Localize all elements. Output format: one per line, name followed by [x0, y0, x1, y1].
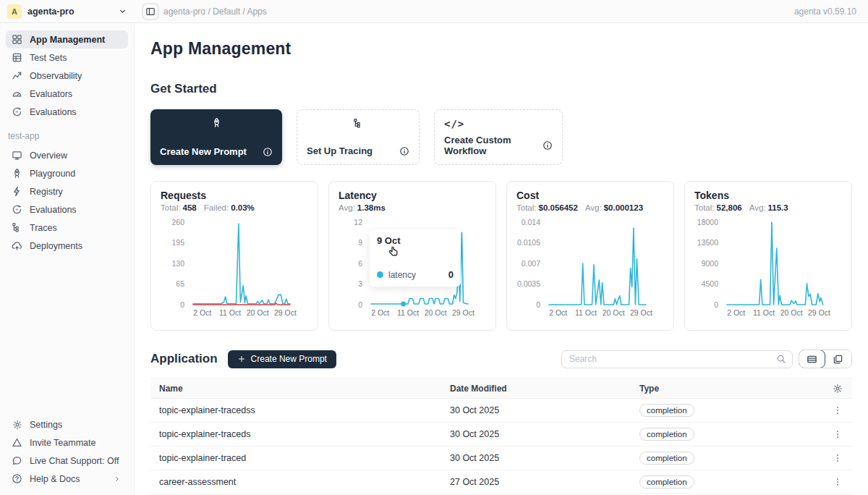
workspace-selector[interactable]: A agenta-pro	[0, 4, 135, 19]
row-menu-button[interactable]	[822, 405, 852, 415]
svg-text:0.0035: 0.0035	[517, 279, 540, 288]
create-new-prompt-button[interactable]: Create New Prompt	[228, 350, 336, 368]
observability-icon	[12, 70, 22, 81]
dots-vertical-icon	[833, 429, 843, 439]
sidebar-item-app-management[interactable]: App Management	[6, 30, 128, 48]
card-view-button[interactable]	[825, 350, 851, 368]
column-header-name[interactable]: Name	[150, 384, 441, 394]
help-icon	[12, 473, 22, 484]
series-dot	[377, 271, 383, 278]
sidebar-item-label: Live Chat Support: Off	[30, 456, 119, 466]
date-modified-cell: 30 Oct 2025	[441, 429, 631, 439]
traces-icon	[12, 222, 22, 233]
get-started-cards: Create New Prompt Set Up Tracing </> Cre…	[150, 109, 852, 165]
get-started-card-create-new-prompt[interactable]: Create New Prompt	[150, 109, 282, 165]
table-row[interactable]: topic-explainer-traced 30 Oct 2025 compl…	[150, 447, 852, 470]
svg-text:0: 0	[536, 300, 540, 309]
breadcrumb[interactable]: agenta-pro / Default / Apps	[163, 7, 267, 17]
tooltip-series-value: 0	[448, 269, 454, 280]
sidebar-item-evaluations[interactable]: Evaluations	[6, 103, 128, 121]
get-started-card-create-custom-workflow[interactable]: </> Create Custom Workflow	[434, 109, 563, 165]
sidebar-item-label: App Management	[30, 35, 105, 45]
plus-icon	[237, 355, 246, 363]
sidebar-toggle-button[interactable]	[142, 3, 159, 20]
column-header-type[interactable]: Type	[631, 384, 822, 394]
search-input[interactable]	[569, 354, 772, 364]
sidebar-item-invite-teammate[interactable]: Invite Teammate	[6, 433, 128, 452]
svg-text:9: 9	[358, 238, 362, 247]
dots-vertical-icon	[833, 477, 843, 487]
sidebar-item-registry[interactable]: Registry	[6, 182, 128, 200]
sidebar-item-deployments[interactable]: Deployments	[6, 237, 128, 255]
get-started-card-set-up-tracing[interactable]: Set Up Tracing	[297, 109, 420, 165]
row-menu-button[interactable]	[822, 453, 852, 463]
table-row[interactable]: topic-explainer-traceds 30 Oct 2025 comp…	[150, 423, 852, 447]
svg-text:4500: 4500	[702, 279, 719, 288]
evaluations-icon	[12, 106, 22, 117]
sidebar-item-settings[interactable]: Settings	[6, 415, 128, 433]
sidebar-item-label: Evaluators	[30, 89, 72, 99]
app-version: agenta v0.59.10	[794, 7, 868, 17]
get-started-card-label: Create Custom Workflow	[444, 135, 542, 156]
column-header-date-modified[interactable]: Date Modified	[441, 384, 631, 394]
info-icon[interactable]	[263, 147, 273, 157]
svg-text:29 Oct: 29 Oct	[452, 308, 475, 317]
row-menu-button[interactable]	[822, 477, 852, 487]
svg-text:3: 3	[358, 279, 362, 288]
column-settings-button[interactable]	[822, 384, 852, 394]
table-view-button[interactable]	[799, 350, 825, 368]
sidebar-item-evaluators[interactable]: Evaluators	[6, 85, 128, 103]
sidebar-item-evaluations[interactable]: Evaluations	[6, 200, 128, 219]
sidebar-item-help-docs[interactable]: Help & Docs	[6, 470, 128, 488]
table-row[interactable]: topic-explainer-tracedss 30 Oct 2025 com…	[150, 399, 852, 423]
svg-text:0: 0	[358, 300, 362, 309]
date-modified-cell: 27 Oct 2025	[441, 477, 631, 487]
app-name-cell: topic-explainer-traced	[150, 453, 441, 463]
sidebar-item-observability[interactable]: Observability	[6, 67, 128, 85]
svg-text:65: 65	[176, 279, 184, 288]
info-icon[interactable]	[399, 146, 409, 156]
monitor-icon	[12, 150, 22, 161]
chart-stat: Avg:1.38ms	[339, 203, 386, 212]
table-view-icon	[807, 354, 817, 365]
svg-text:29 Oct: 29 Oct	[808, 308, 830, 317]
sidebar-item-label: Help & Docs	[30, 474, 80, 484]
applications-table: Name Date Modified Type topic-explainer-…	[150, 378, 852, 494]
chart-tooltip: 9 Oct latency 0	[370, 229, 461, 287]
sidebar-item-label: Evaluations	[30, 205, 77, 215]
sidebar-item-label: Observability	[30, 71, 82, 81]
sidebar-group-label: test-app	[8, 131, 128, 141]
page-title: App Management	[150, 39, 852, 59]
type-badge: completion	[639, 428, 694, 441]
svg-text:12: 12	[354, 218, 362, 227]
svg-text:20 Oct: 20 Oct	[780, 308, 803, 317]
svg-text:13500: 13500	[697, 238, 718, 247]
chart-stats: Total:52,806Avg:115.3	[694, 203, 842, 212]
row-menu-button[interactable]	[822, 429, 852, 439]
sidebar-item-live-chat-support-off[interactable]: Live Chat Support: Off	[6, 452, 128, 470]
svg-text:29 Oct: 29 Oct	[630, 308, 652, 317]
sidebar-item-overview[interactable]: Overview	[6, 146, 128, 164]
chart-plot: 00.00350.0070.01050.0142 Oct11 Oct20 Oct…	[516, 216, 664, 319]
chart-stat: Total:$0.056452	[516, 203, 578, 212]
svg-text:18000: 18000	[697, 218, 718, 227]
sidebar-item-label: Registry	[30, 187, 63, 197]
svg-text:2 Oct: 2 Oct	[193, 308, 211, 317]
sidebar-footer-nav: Settings Invite Teammate Live Chat Suppo…	[6, 415, 128, 489]
info-icon[interactable]	[542, 140, 553, 151]
chart-area: 0651301952602 Oct11 Oct20 Oct29 Oct	[161, 216, 308, 322]
table-row[interactable]: career-assessment 27 Oct 2025 completion	[150, 470, 852, 494]
type-badge: completion	[639, 452, 694, 465]
sidebar-item-traces[interactable]: Traces	[6, 219, 128, 237]
search-icon[interactable]	[776, 354, 786, 364]
get-started-heading: Get Started	[150, 82, 852, 96]
sidebar-item-playground[interactable]: Playground	[6, 164, 128, 182]
svg-text:20 Oct: 20 Oct	[247, 308, 269, 317]
code-icon: </>	[444, 118, 553, 130]
get-started-card-label: Set Up Tracing	[307, 145, 373, 156]
card-view-icon	[833, 354, 843, 365]
gear-icon	[12, 420, 22, 430]
rocket-icon	[12, 168, 22, 179]
sidebar-main-nav: App Management Test Sets Observability E…	[6, 30, 128, 121]
sidebar-item-test-sets[interactable]: Test Sets	[6, 48, 128, 67]
